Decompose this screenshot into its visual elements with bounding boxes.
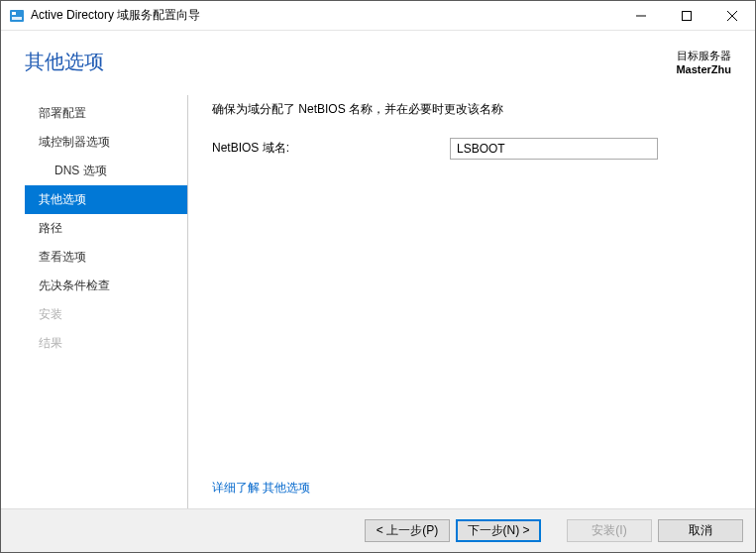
sidebar-item-install: 安装 — [25, 300, 187, 329]
svg-rect-4 — [683, 11, 692, 20]
sidebar-item-dns-options[interactable]: DNS 选项 — [25, 157, 187, 185]
netbios-row: NetBIOS 域名: — [212, 138, 731, 160]
close-button[interactable] — [709, 1, 755, 30]
titlebar: Active Directory 域服务配置向导 — [1, 1, 755, 31]
next-button[interactable]: 下一步(N) > — [456, 519, 541, 542]
spacer — [212, 169, 731, 480]
more-info-link[interactable]: 详细了解 其他选项 — [212, 480, 731, 497]
footer: < 上一步(P) 下一步(N) > 安装(I) 取消 — [1, 508, 755, 552]
sidebar-item-dc-options[interactable]: 域控制器选项 — [25, 128, 187, 157]
sidebar-item-results: 结果 — [25, 329, 187, 358]
maximize-button[interactable] — [664, 1, 709, 30]
target-server-block: 目标服务器 MasterZhu — [676, 49, 731, 77]
instruction-text: 确保为域分配了 NetBIOS 名称，并在必要时更改该名称 — [212, 101, 731, 118]
minimize-button[interactable] — [618, 1, 664, 30]
sidebar-item-paths[interactable]: 路径 — [25, 214, 187, 243]
target-server-name: MasterZhu — [676, 62, 731, 76]
sidebar-item-prerequisites[interactable]: 先决条件检查 — [25, 272, 187, 300]
body-row: 部署配置 域控制器选项 DNS 选项 其他选项 路径 查看选项 先决条件检查 安… — [1, 95, 755, 508]
sidebar-item-review-options[interactable]: 查看选项 — [25, 243, 187, 272]
install-button: 安装(I) — [567, 519, 652, 542]
svg-rect-1 — [12, 12, 16, 15]
target-server-label: 目标服务器 — [676, 49, 731, 62]
netbios-label: NetBIOS 域名: — [212, 140, 450, 157]
svg-rect-2 — [12, 17, 22, 20]
wizard-window: Active Directory 域服务配置向导 其他选项 目标服务器 Mast… — [0, 0, 756, 553]
netbios-input[interactable] — [450, 138, 658, 160]
previous-button[interactable]: < 上一步(P) — [365, 519, 450, 542]
cancel-button[interactable]: 取消 — [658, 519, 743, 542]
page-title: 其他选项 — [25, 49, 104, 75]
window-title: Active Directory 域服务配置向导 — [31, 7, 618, 24]
sidebar: 部署配置 域控制器选项 DNS 选项 其他选项 路径 查看选项 先决条件检查 安… — [25, 95, 188, 508]
app-icon — [9, 8, 25, 24]
header-row: 其他选项 目标服务器 MasterZhu — [1, 31, 755, 77]
content-area: 其他选项 目标服务器 MasterZhu 部署配置 域控制器选项 DNS 选项 … — [1, 31, 755, 552]
sidebar-item-additional-options[interactable]: 其他选项 — [25, 185, 187, 214]
sidebar-item-deploy-config[interactable]: 部署配置 — [25, 99, 187, 128]
main-panel: 确保为域分配了 NetBIOS 名称，并在必要时更改该名称 NetBIOS 域名… — [188, 95, 755, 508]
window-controls — [618, 1, 755, 30]
svg-rect-0 — [10, 10, 24, 22]
